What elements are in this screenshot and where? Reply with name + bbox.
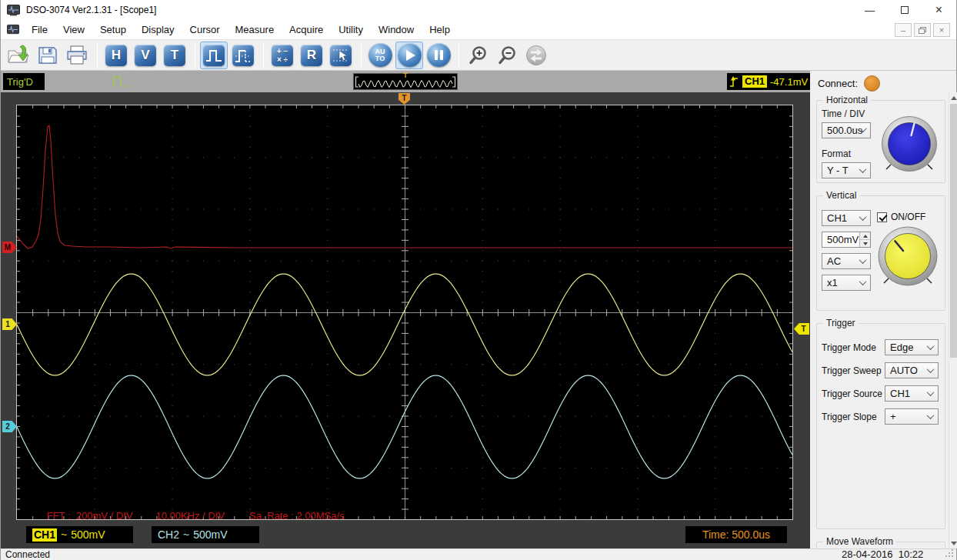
trigger-time-marker[interactable]: T <box>398 93 410 105</box>
auto-setup-button[interactable]: AUTO <box>366 42 394 69</box>
trigger-slope-select[interactable]: + <box>885 408 939 425</box>
graticule <box>17 105 792 519</box>
chevron-down-icon <box>927 388 935 396</box>
trigger-source-select[interactable]: CH1 <box>885 385 939 402</box>
transfer-arrows-icon <box>525 44 548 67</box>
pause-button[interactable] <box>425 42 452 69</box>
trigger-sweep-select[interactable]: AUTO <box>885 362 939 378</box>
scroll-up-button[interactable] <box>949 92 957 103</box>
mdi-restore-button[interactable] <box>914 23 931 37</box>
menu-item-acquire[interactable]: Acquire <box>282 20 331 40</box>
print-button[interactable] <box>63 42 91 69</box>
trigger-slope-value: + <box>890 411 896 422</box>
coupling-select[interactable]: AC <box>822 253 871 269</box>
printer-icon <box>65 45 88 65</box>
panel-scrollbar[interactable] <box>949 92 957 548</box>
menu-item-file[interactable]: File <box>24 20 55 40</box>
fft-scale-text: FFT : 200mV / DIV <box>47 510 133 522</box>
zoom-in-button[interactable] <box>464 42 492 69</box>
vertical-menu-button[interactable]: V <box>132 42 159 69</box>
ch1-position-marker[interactable]: 1 <box>2 318 17 330</box>
menu-item-setup[interactable]: Setup <box>92 20 134 40</box>
v-icon: V <box>135 45 156 66</box>
time-div-value: 500.0us <box>827 125 862 136</box>
save-button[interactable] <box>34 42 62 69</box>
resize-grip[interactable] <box>952 555 953 557</box>
control-panel: Connect: Horizontal Time / DIV 500.0us F… <box>813 71 949 548</box>
close-button[interactable]: × <box>922 0 956 20</box>
stepper-buttons[interactable] <box>859 232 870 247</box>
ch1-onoff-checkbox[interactable]: ON/OFF <box>877 212 925 222</box>
reference-button[interactable]: R <box>298 42 325 69</box>
menu-bar: File View Setup Display Cursor Measure A… <box>1 20 956 40</box>
scope-display-area: T M 1 2 T FFT : 200mV / DIV10.00KHz / DI… <box>1 92 810 548</box>
mdi-minimize-button[interactable]: – <box>895 23 912 37</box>
time-div-select[interactable]: 500.0us <box>822 122 871 138</box>
toolbar: H V T + −× ÷ R <box>1 40 956 71</box>
trigger-mode-value: Edge <box>890 342 913 353</box>
pulse-indicator-icon <box>110 75 130 88</box>
minimize-button[interactable]: — <box>852 0 887 20</box>
zoom-out-button[interactable] <box>493 42 521 69</box>
time-base-knob[interactable] <box>880 115 939 173</box>
ch1-scale-label: CH1 ~ 500mV <box>26 526 133 543</box>
time-base-label: Time: 500.0us <box>685 526 787 543</box>
menu-item-view[interactable]: View <box>55 20 92 40</box>
maximize-button[interactable] <box>887 0 922 20</box>
horizontal-group: Horizontal Time / DIV 500.0us Format Y -… <box>816 100 945 183</box>
ch2-position-marker[interactable]: 2 <box>2 421 17 432</box>
toolbar-separator <box>97 43 98 68</box>
toolbar-separator <box>263 43 264 68</box>
cursor-measure-button[interactable] <box>327 42 355 69</box>
math-button[interactable]: + −× ÷ <box>268 42 296 69</box>
application-window: DSO-3074 Ver2.1.31 - [Scope1] — × File V… <box>0 0 957 560</box>
pulse-trigger-button[interactable] <box>200 42 228 69</box>
move-waveform-legend: Move Waveform <box>823 536 896 547</box>
status-strip: Trig'D T CH1 -47.1mV <box>1 71 810 92</box>
restore-icon <box>919 27 926 34</box>
mdi-close-button[interactable]: × <box>933 23 950 37</box>
preview-trigger-marker[interactable]: T <box>403 72 408 79</box>
pulse-measure-button[interactable] <box>229 42 257 69</box>
menu-item-utility[interactable]: Utility <box>331 20 371 40</box>
step-up-button[interactable] <box>860 232 870 239</box>
volt-scale-stepper[interactable]: 500mV <box>822 232 871 248</box>
channel-value: CH1 <box>827 212 847 224</box>
chevron-down-icon <box>927 342 935 350</box>
trigger-level-marker[interactable]: T <box>794 323 809 335</box>
move-waveform-group: Move Waveform <box>816 542 945 548</box>
menu-item-measure[interactable]: Measure <box>228 20 282 40</box>
datetime-text: 28-04-2016 10:22 <box>842 549 923 560</box>
menu-item-help[interactable]: Help <box>422 20 458 40</box>
triangle-down-icon <box>863 242 868 245</box>
channel-select[interactable]: CH1 <box>822 210 871 226</box>
horizontal-legend: Horizontal <box>823 95 871 105</box>
menu-item-cursor[interactable]: Cursor <box>182 20 228 40</box>
chevron-down-icon <box>859 278 867 285</box>
menu-item-display[interactable]: Display <box>134 20 182 40</box>
trigger-mode-select[interactable]: Edge <box>885 339 939 355</box>
trigger-slope-label: Trigger Slope <box>822 412 877 422</box>
scroll-down-button[interactable] <box>949 538 957 548</box>
menu-item-window[interactable]: Window <box>371 20 422 40</box>
waveform-preview[interactable]: T <box>353 73 458 90</box>
pulse-icon <box>205 46 223 65</box>
probe-select[interactable]: x1 <box>822 275 871 291</box>
toolbar-separator <box>195 43 195 68</box>
onoff-label: ON/OFF <box>891 212 925 222</box>
scrollbar-thumb[interactable] <box>950 104 957 358</box>
math-icon: + −× ÷ <box>277 47 288 64</box>
trigger-menu-button[interactable]: T <box>161 42 188 69</box>
horizontal-menu-button[interactable]: H <box>102 42 130 69</box>
chevron-down-icon <box>927 412 935 419</box>
status-bar: Connected 28-04-2016 10:22 <box>1 548 956 560</box>
volts-div-knob[interactable] <box>875 224 940 288</box>
step-down-button[interactable] <box>860 239 870 247</box>
fft-position-marker[interactable]: M <box>2 242 17 253</box>
format-select[interactable]: Y - T <box>822 162 871 178</box>
ch2-scale-label: CH2 ~ 500mV <box>152 526 259 543</box>
run-button[interactable] <box>395 42 423 69</box>
floppy-disk-icon <box>37 45 58 66</box>
graticule-frame <box>16 105 793 520</box>
open-file-button[interactable] <box>5 42 32 69</box>
